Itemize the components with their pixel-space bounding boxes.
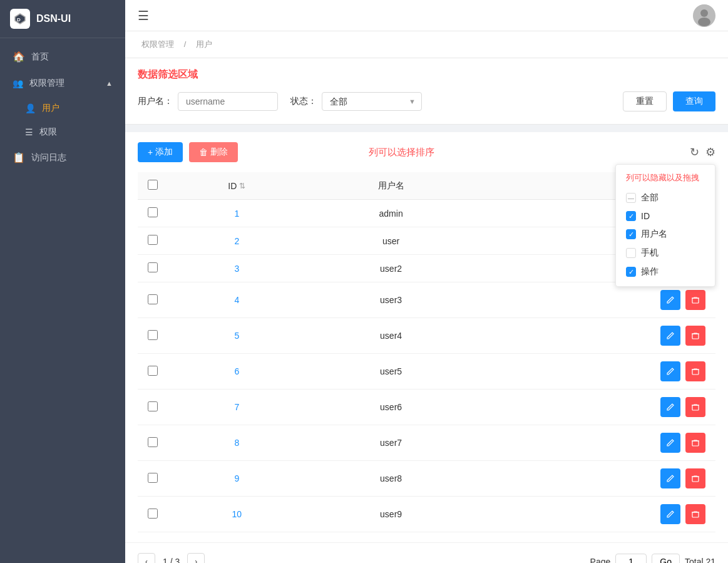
- row-checkbox[interactable]: [148, 330, 158, 340]
- sort-arrows-icon: ⇅: [239, 182, 245, 190]
- col-option-phone[interactable]: 手机: [616, 244, 715, 262]
- action-btns: [486, 433, 705, 453]
- table-toolbar: + 添加 🗑 删除 列可以选择排序 ↻ ⚙ 列可以隐藏以及拖拽: [138, 142, 715, 162]
- row-checkbox[interactable]: [148, 235, 158, 245]
- col-option-actions[interactable]: 操作: [616, 262, 715, 281]
- add-label: 添加: [155, 147, 173, 158]
- sidebar-item-home[interactable]: 🏠 首页: [0, 43, 125, 70]
- svg-point-4: [698, 18, 710, 26]
- breadcrumb: 权限管理 / 用户: [125, 31, 728, 58]
- next-page-button[interactable]: ›: [187, 553, 205, 563]
- col-option-id[interactable]: ID: [616, 207, 715, 225]
- breadcrumb-item-permission[interactable]: 权限管理: [141, 39, 174, 49]
- edit-button[interactable]: [660, 433, 680, 453]
- row-delete-button[interactable]: [685, 326, 705, 346]
- username-cell: user: [306, 227, 476, 255]
- username-field: 用户名：: [138, 92, 278, 111]
- prev-page-button[interactable]: ‹: [138, 553, 155, 563]
- action-cell: [476, 390, 715, 425]
- row-checkbox[interactable]: [148, 473, 158, 483]
- avatar[interactable]: [693, 4, 715, 27]
- row-checkbox[interactable]: [148, 294, 158, 304]
- row-delete-button[interactable]: [685, 361, 705, 381]
- row-checkbox[interactable]: [148, 509, 158, 519]
- row-checkbox-cell: [138, 227, 168, 255]
- sidebar-item-access-log[interactable]: 📋 访问日志: [0, 144, 125, 171]
- col-option-all[interactable]: 全部: [616, 189, 715, 207]
- filter-row: 用户名： 状态： 全部 启用 禁用 ▼ 重置: [138, 91, 715, 111]
- status-select[interactable]: 全部 启用 禁用: [322, 92, 422, 111]
- table-row: 4 user3: [138, 282, 715, 318]
- action-cell: [476, 318, 715, 354]
- filter-buttons: 重置 查询: [623, 91, 715, 111]
- action-btns: [486, 361, 705, 381]
- username-cell: user4: [306, 318, 476, 354]
- sidebar-item-permission[interactable]: 👥 权限管理 ▲: [0, 70, 125, 96]
- table-row: 10 user9: [138, 497, 715, 532]
- row-delete-button[interactable]: [685, 468, 705, 488]
- edit-button[interactable]: [660, 504, 680, 524]
- query-button[interactable]: 查询: [673, 91, 715, 111]
- table-row: 8 user7: [138, 425, 715, 461]
- col-settings-dropdown: 列可以隐藏以及拖拽 全部 ID 用户名: [615, 164, 715, 287]
- edit-button[interactable]: [660, 326, 680, 346]
- table-row: 9 user8: [138, 461, 715, 497]
- select-all-checkbox[interactable]: [148, 180, 158, 190]
- add-button[interactable]: + 添加: [138, 142, 183, 162]
- row-checkbox[interactable]: [148, 437, 158, 447]
- current-page: 1: [163, 557, 168, 563]
- username-cell: user5: [306, 354, 476, 390]
- col-label-actions: 操作: [641, 266, 659, 277]
- col-checkbox-username: [626, 229, 636, 239]
- edit-button[interactable]: [660, 290, 680, 310]
- row-checkbox[interactable]: [148, 366, 158, 376]
- breadcrumb-item-user[interactable]: 用户: [196, 39, 212, 49]
- id-cell: 1: [168, 200, 306, 227]
- sidebar-item-permission-sub[interactable]: ☰ 权限: [0, 120, 125, 144]
- th-username[interactable]: 用户名: [306, 172, 476, 200]
- username-cell: user7: [306, 425, 476, 461]
- edit-button[interactable]: [660, 397, 680, 417]
- status-field: 状态： 全部 启用 禁用 ▼: [290, 92, 422, 111]
- menu-toggle-icon[interactable]: ☰: [138, 8, 149, 23]
- reset-button[interactable]: 重置: [623, 91, 667, 111]
- svg-rect-5: [692, 298, 699, 303]
- row-checkbox[interactable]: [148, 262, 158, 272]
- username-input[interactable]: [178, 92, 278, 111]
- page-number-input[interactable]: [615, 554, 647, 563]
- row-checkbox[interactable]: [148, 401, 158, 411]
- status-select-wrap: 全部 启用 禁用 ▼: [322, 92, 422, 111]
- username-col-label: 用户名: [378, 180, 404, 190]
- id-cell: 9: [168, 461, 306, 497]
- username-cell: user2: [306, 255, 476, 282]
- row-delete-button[interactable]: [685, 504, 705, 524]
- content-area: 权限管理 / 用户 数据筛选区域 用户名： 状态： 全部 启用 禁用: [125, 31, 728, 563]
- th-id[interactable]: ID ⇅: [168, 172, 306, 200]
- edit-button[interactable]: [660, 468, 680, 488]
- row-checkbox-cell: [138, 425, 168, 461]
- row-checkbox-cell: [138, 282, 168, 318]
- row-checkbox-cell: [138, 354, 168, 390]
- edit-button[interactable]: [660, 361, 680, 381]
- sidebar-item-access-log-label: 访问日志: [31, 152, 66, 163]
- row-delete-button[interactable]: [685, 290, 705, 310]
- row-checkbox[interactable]: [148, 207, 158, 217]
- sidebar-item-user[interactable]: 👤 用户: [0, 96, 125, 120]
- action-btns: [486, 504, 705, 524]
- row-delete-button[interactable]: [685, 433, 705, 453]
- status-label: 状态：: [290, 96, 317, 107]
- table-section: + 添加 🗑 删除 列可以选择排序 ↻ ⚙ 列可以隐藏以及拖拽: [125, 132, 728, 542]
- topbar: ☰: [125, 0, 728, 31]
- col-option-username[interactable]: 用户名: [616, 225, 715, 244]
- svg-text:D: D: [17, 17, 21, 23]
- sidebar-item-user-label: 用户: [42, 103, 59, 114]
- page-info: 1 / 3: [163, 557, 180, 563]
- settings-icon[interactable]: ⚙: [705, 145, 715, 159]
- table-row: 5 user4: [138, 318, 715, 354]
- refresh-icon[interactable]: ↻: [690, 145, 699, 159]
- row-delete-button[interactable]: [685, 397, 705, 417]
- delete-button[interactable]: 🗑 删除: [189, 142, 238, 162]
- pagination-right: Page Go Total 21: [590, 554, 715, 563]
- go-button[interactable]: Go: [652, 554, 680, 563]
- row-checkbox-cell: [138, 390, 168, 425]
